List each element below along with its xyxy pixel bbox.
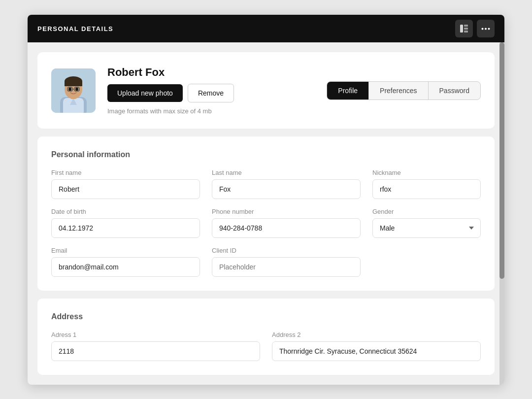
avatar bbox=[51, 68, 96, 113]
profile-tabs: Profile Preferences Password bbox=[327, 81, 481, 100]
dob-input[interactable] bbox=[51, 218, 200, 238]
more-options-button[interactable] bbox=[477, 20, 495, 37]
address2-input[interactable] bbox=[272, 341, 481, 361]
svg-rect-1 bbox=[464, 25, 468, 27]
tab-preferences[interactable]: Preferences bbox=[369, 82, 428, 100]
personal-info-card: Personal information First name Last nam… bbox=[37, 136, 495, 291]
address1-label: Adress 1 bbox=[51, 331, 260, 338]
last-name-label: Last name bbox=[212, 169, 361, 176]
form-row-3: Email Client ID bbox=[51, 247, 481, 277]
personal-info-title: Personal information bbox=[51, 150, 481, 159]
phone-group: Phone number bbox=[212, 208, 361, 238]
svg-rect-2 bbox=[464, 28, 468, 30]
tab-profile[interactable]: Profile bbox=[327, 82, 369, 100]
first-name-input[interactable] bbox=[51, 179, 200, 199]
client-id-label: Client ID bbox=[212, 247, 361, 254]
svg-rect-3 bbox=[464, 31, 468, 33]
svg-rect-14 bbox=[65, 81, 82, 86]
phone-label: Phone number bbox=[212, 208, 361, 215]
nickname-label: Nickname bbox=[372, 169, 481, 176]
address2-label: Address 2 bbox=[272, 331, 481, 338]
address-row: Adress 1 Address 2 bbox=[51, 331, 481, 361]
svg-point-4 bbox=[482, 28, 484, 30]
page-title: PERSONAL DETAILS bbox=[37, 25, 113, 33]
tab-password[interactable]: Password bbox=[429, 82, 480, 100]
main-content: Robert Fox Upload new photo Remove Image… bbox=[28, 42, 504, 385]
address-card: Address Adress 1 Address 2 bbox=[37, 299, 495, 375]
scrollbar-track[interactable] bbox=[499, 42, 504, 385]
dob-label: Date of birth bbox=[51, 208, 200, 215]
svg-point-6 bbox=[488, 28, 490, 30]
form-row-1: First name Last name Nickname bbox=[51, 169, 481, 199]
last-name-input[interactable] bbox=[212, 179, 361, 199]
photo-hint: Image formats with max size of 4 mb bbox=[107, 107, 315, 115]
email-group: Email bbox=[51, 247, 200, 277]
form-row-2: Date of birth Phone number Gender Male F… bbox=[51, 208, 481, 238]
avatar-image bbox=[51, 68, 96, 113]
gender-select[interactable]: Male Female Other bbox=[372, 218, 481, 238]
nickname-group: Nickname bbox=[372, 169, 481, 199]
email-label: Email bbox=[51, 247, 200, 254]
svg-rect-0 bbox=[460, 25, 463, 33]
profile-name: Robert Fox bbox=[107, 66, 315, 79]
first-name-group: First name bbox=[51, 169, 200, 199]
scrollbar-thumb[interactable] bbox=[499, 42, 504, 279]
gender-label: Gender bbox=[372, 208, 481, 215]
client-id-input[interactable] bbox=[212, 257, 361, 277]
gender-group: Gender Male Female Other bbox=[372, 208, 481, 238]
first-name-label: First name bbox=[51, 169, 200, 176]
profile-card: Robert Fox Upload new photo Remove Image… bbox=[37, 52, 495, 129]
profile-info: Robert Fox Upload new photo Remove Image… bbox=[107, 66, 315, 115]
svg-point-16 bbox=[75, 87, 78, 91]
email-input[interactable] bbox=[51, 257, 200, 277]
svg-point-5 bbox=[485, 28, 487, 30]
dob-group: Date of birth bbox=[51, 208, 200, 238]
address1-input[interactable] bbox=[51, 341, 260, 361]
phone-input[interactable] bbox=[212, 218, 361, 238]
remove-photo-button[interactable]: Remove bbox=[188, 84, 234, 102]
upload-photo-button[interactable]: Upload new photo bbox=[107, 84, 183, 102]
gender-select-wrapper: Male Female Other bbox=[372, 218, 481, 238]
titlebar-actions bbox=[455, 20, 495, 37]
address2-group: Address 2 bbox=[272, 331, 481, 361]
titlebar: PERSONAL DETAILS bbox=[28, 15, 504, 42]
sidebar-toggle-button[interactable] bbox=[455, 20, 473, 37]
address-title: Address bbox=[51, 312, 481, 321]
svg-point-15 bbox=[68, 87, 71, 91]
profile-actions: Upload new photo Remove bbox=[107, 84, 315, 102]
address1-group: Adress 1 bbox=[51, 331, 260, 361]
last-name-group: Last name bbox=[212, 169, 361, 199]
client-id-group: Client ID bbox=[212, 247, 361, 277]
nickname-input[interactable] bbox=[372, 179, 481, 199]
